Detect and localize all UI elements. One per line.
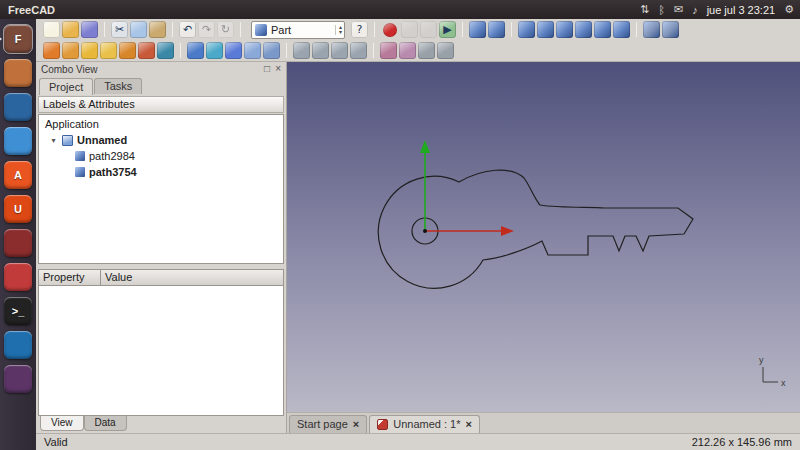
cut-button[interactable]: ✂ bbox=[111, 21, 128, 38]
tree-item-document-unnamed[interactable]: ▾ Unnamed bbox=[39, 132, 283, 148]
property-column-header[interactable]: Property bbox=[39, 270, 101, 285]
view-right-button[interactable] bbox=[556, 21, 573, 38]
button-glyph: ↻ bbox=[221, 24, 230, 35]
toolbar-separator bbox=[374, 22, 375, 37]
clock-indicator[interactable]: jue jul 3 23:21 bbox=[707, 4, 776, 16]
app-menu-title[interactable]: FreeCAD bbox=[8, 4, 55, 16]
tab-start-page[interactable]: Start page × bbox=[289, 415, 367, 433]
launcher-messaging-icon[interactable] bbox=[4, 127, 32, 155]
view-left-button[interactable] bbox=[613, 21, 630, 38]
tab-data[interactable]: Data bbox=[84, 416, 127, 431]
view-bottom-button[interactable] bbox=[594, 21, 611, 38]
tab-project[interactable]: Project bbox=[39, 78, 93, 95]
view-top-button[interactable] bbox=[537, 21, 554, 38]
new-document-button[interactable] bbox=[43, 21, 60, 38]
panel-close-icon[interactable]: × bbox=[275, 64, 281, 74]
close-tab-icon[interactable]: × bbox=[353, 419, 359, 429]
view-front-button[interactable] bbox=[518, 21, 535, 38]
part-shape-builder-button[interactable] bbox=[157, 42, 174, 59]
part-offset-button[interactable] bbox=[418, 42, 435, 59]
part-cylinder-button[interactable] bbox=[62, 42, 79, 59]
tree-item-path3754[interactable]: path3754 bbox=[39, 164, 283, 180]
view-rear-button[interactable] bbox=[575, 21, 592, 38]
part-create-primitives-button[interactable] bbox=[138, 42, 155, 59]
view-fit-all-button[interactable] bbox=[469, 21, 486, 38]
button-glyph: ✂ bbox=[115, 24, 124, 35]
property-table-body[interactable] bbox=[38, 286, 284, 416]
redo-button[interactable]: ↷ bbox=[198, 21, 215, 38]
part-mirror-button[interactable] bbox=[225, 42, 242, 59]
3d-viewport[interactable]: x y bbox=[287, 62, 800, 412]
button-glyph: ↷ bbox=[202, 24, 211, 35]
part-union-button[interactable] bbox=[331, 42, 348, 59]
workbench-selector[interactable]: Part ▴ ▾ bbox=[251, 21, 345, 39]
part-cut-button[interactable] bbox=[312, 42, 329, 59]
panel-float-icon[interactable]: □ bbox=[264, 64, 270, 74]
mail-indicator-icon[interactable]: ✉ bbox=[674, 3, 683, 16]
value-column-header[interactable]: Value bbox=[101, 270, 136, 285]
part-cross-sections-button[interactable] bbox=[399, 42, 416, 59]
tree-item-application[interactable]: Application bbox=[39, 116, 283, 132]
tab-unnamed-document[interactable]: Unnamed : 1* × bbox=[369, 415, 480, 433]
sound-indicator-icon[interactable]: ♪ bbox=[692, 3, 698, 16]
view-axonometric-button[interactable] bbox=[488, 21, 505, 38]
indicator-icons: ⇅ᛒ✉♪ bbox=[640, 3, 698, 16]
refresh-button[interactable]: ↻ bbox=[217, 21, 234, 38]
launcher-glyph: >_ bbox=[12, 305, 25, 317]
whats-this-button[interactable]: ? bbox=[351, 21, 368, 38]
model-tree[interactable]: Application ▾ Unnamed path2984 path3754 bbox=[38, 114, 284, 264]
combo-view-panel: Combo View □ × Project Tasks Labels & At… bbox=[36, 62, 287, 433]
launcher-system-app-icon[interactable] bbox=[4, 263, 32, 291]
view-clipping-button[interactable] bbox=[662, 21, 679, 38]
part-fillet-button[interactable] bbox=[244, 42, 261, 59]
part-common-button[interactable] bbox=[350, 42, 367, 59]
launcher-software-center-icon[interactable]: A bbox=[4, 161, 32, 189]
macro-edit-button[interactable] bbox=[420, 21, 437, 38]
session-menu-icon[interactable]: ⚙ bbox=[784, 3, 794, 16]
tab-tasks[interactable]: Tasks bbox=[94, 78, 142, 94]
launcher-graphics-app-icon[interactable] bbox=[4, 365, 32, 393]
launcher-tweak-tool-icon[interactable] bbox=[4, 229, 32, 257]
launcher-ubuntu-one-icon[interactable]: U bbox=[4, 195, 32, 223]
view-stereo-button[interactable] bbox=[643, 21, 660, 38]
part-toolbar bbox=[36, 40, 800, 61]
mini-axis-x-label: x bbox=[781, 378, 786, 388]
part-cone-button[interactable] bbox=[100, 42, 117, 59]
part-box-button[interactable] bbox=[43, 42, 60, 59]
status-bar: Valid 212.26 x 145.96 mm bbox=[36, 433, 800, 450]
part-torus-button[interactable] bbox=[119, 42, 136, 59]
part-boolean-button[interactable] bbox=[293, 42, 310, 59]
copy-button[interactable] bbox=[130, 21, 147, 38]
launcher-files-icon[interactable] bbox=[4, 59, 32, 87]
spin-down-icon[interactable]: ▾ bbox=[339, 30, 342, 35]
macro-record-button[interactable] bbox=[383, 23, 397, 37]
close-tab-icon[interactable]: × bbox=[465, 419, 471, 429]
undo-button[interactable]: ↶ bbox=[179, 21, 196, 38]
part-section-button[interactable] bbox=[380, 42, 397, 59]
tab-view[interactable]: View bbox=[40, 416, 84, 431]
launcher-terminal-icon[interactable]: >_ bbox=[4, 297, 32, 325]
macro-pause-button[interactable] bbox=[401, 21, 418, 38]
launcher-freecad-icon[interactable]: F bbox=[4, 25, 32, 53]
tree-item-path2984[interactable]: path2984 bbox=[39, 148, 283, 164]
workbench-part-icon bbox=[255, 24, 267, 36]
expander-icon[interactable]: ▾ bbox=[49, 136, 58, 145]
part-extrude-button[interactable] bbox=[187, 42, 204, 59]
launcher-glyph: U bbox=[14, 203, 22, 215]
network-indicator-icon[interactable]: ⇅ bbox=[640, 3, 649, 16]
workbench-selector-arrows[interactable]: ▴ ▾ bbox=[335, 25, 342, 35]
save-document-button[interactable] bbox=[81, 21, 98, 38]
part-revolve-button[interactable] bbox=[206, 42, 223, 59]
toolbar-separator bbox=[511, 22, 512, 37]
combo-view-title: Combo View bbox=[41, 64, 98, 75]
part-chamfer-button[interactable] bbox=[263, 42, 280, 59]
bluetooth-indicator-icon[interactable]: ᛒ bbox=[658, 3, 665, 16]
part-sphere-button[interactable] bbox=[81, 42, 98, 59]
paste-button[interactable] bbox=[149, 21, 166, 38]
macro-execute-button[interactable]: ▶ bbox=[439, 21, 456, 38]
launcher-media-app-icon[interactable] bbox=[4, 331, 32, 359]
launcher-firefox-icon[interactable] bbox=[4, 93, 32, 121]
status-message: Valid bbox=[44, 436, 68, 448]
part-thickness-button[interactable] bbox=[437, 42, 454, 59]
open-document-button[interactable] bbox=[62, 21, 79, 38]
